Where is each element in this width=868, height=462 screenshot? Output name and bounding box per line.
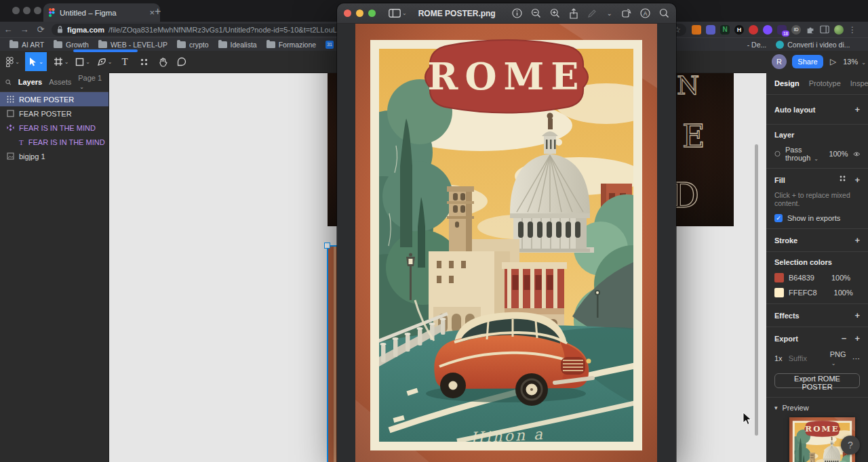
bookmark-item[interactable]: Formazione [267, 41, 316, 49]
canvas-scrollbar[interactable] [755, 144, 758, 436]
hand-icon [159, 57, 167, 67]
browser-menu-icon[interactable]: ⋮ [848, 25, 856, 35]
chevron-down-icon: ⌄ [64, 59, 69, 65]
export-rome-poster-button[interactable]: Export ROME POSTER [774, 373, 860, 388]
shape-tool-button[interactable]: ⌄ [72, 52, 94, 71]
zoom-out-icon[interactable] [531, 8, 541, 18]
comment-bubble-icon [177, 57, 186, 66]
window-minimize-button[interactable] [23, 7, 31, 14]
tab-layers[interactable]: Layers [18, 78, 42, 86]
color-opacity: 100% [831, 274, 850, 282]
close-button[interactable] [344, 9, 351, 17]
frame-tool-button[interactable]: ⌄ [50, 52, 72, 71]
blend-mode-dropdown[interactable]: Pass through ⌄ [785, 146, 824, 162]
h-extension-icon[interactable]: H [734, 25, 744, 35]
tab-prototype[interactable]: Prototype [809, 79, 841, 87]
annotate-icon[interactable]: A [640, 8, 650, 18]
search-icon[interactable] [5, 79, 12, 86]
visibility-eye-icon[interactable] [853, 151, 860, 157]
export-format-dropdown[interactable]: PNG ⌄ [830, 350, 848, 366]
forward-button[interactable]: → [16, 24, 33, 35]
user-avatar[interactable]: R [772, 54, 787, 69]
remove-export-button[interactable]: − [842, 333, 847, 343]
preview-title-bar[interactable]: ⌄ ROME POSTER.png ⌄ [337, 3, 676, 24]
window-close-button[interactable] [12, 7, 20, 14]
export-scale-dropdown[interactable]: 1x [774, 354, 783, 362]
layer-row-text[interactable]: T FEAR IS IN THE MIND [0, 135, 108, 149]
help-button[interactable]: ? [841, 436, 860, 455]
rotate-icon[interactable] [621, 8, 631, 18]
selection-color-row[interactable]: FFEFC8 100% [774, 288, 860, 297]
bookmark-item[interactable]: crypto [177, 41, 209, 49]
layer-row-image[interactable]: bigjpg 1 [0, 149, 108, 163]
layer-row-fear-poster[interactable]: FEAR POSTER [0, 106, 108, 121]
bookmark-item[interactable]: WEB - LEVEL-UP [98, 41, 167, 49]
bookmark-item[interactable]: Idealista [218, 41, 257, 49]
add-fill-button[interactable]: + [854, 175, 860, 185]
share-button[interactable]: Share [792, 55, 823, 68]
badge-extension-icon[interactable]: 18 [777, 25, 787, 35]
add-stroke-button[interactable]: + [854, 235, 860, 245]
present-button[interactable]: ▷ [830, 57, 836, 66]
comment-tool-button[interactable] [172, 52, 191, 71]
new-tab-button[interactable]: + [155, 5, 161, 18]
maximize-button[interactable] [368, 9, 376, 17]
bookmark-item[interactable]: Converti i video di... [776, 41, 850, 49]
show-in-exports-checkbox[interactable]: ✓ [774, 214, 783, 222]
main-menu-button[interactable]: ⌄ [3, 52, 23, 71]
zoom-level-dropdown[interactable]: 13% ⌄ [843, 58, 866, 66]
minimize-button[interactable] [356, 9, 363, 17]
profile-avatar[interactable] [834, 25, 844, 35]
figma-logo-icon [6, 57, 14, 67]
sidebar-toggle-icon[interactable]: ⌄ [389, 9, 407, 18]
color-swatch-red[interactable] [774, 273, 784, 282]
text-tool-button[interactable]: T [115, 52, 134, 71]
export-suffix-input[interactable] [787, 354, 825, 363]
info-icon[interactable] [512, 8, 522, 18]
browser-tab[interactable]: Untitled – Figma × [43, 3, 160, 22]
export-more-button[interactable]: ⋯ [852, 354, 860, 363]
preview-app-window[interactable]: ⌄ ROME POSTER.png ⌄ [337, 3, 676, 462]
tab-inspect[interactable]: Inspect [850, 79, 868, 87]
preview-image-area[interactable]: Hinon a ROME [337, 24, 676, 462]
bookmark-item[interactable]: Growth [54, 41, 89, 49]
page-selector[interactable]: Page 1 ⌄ [78, 74, 103, 90]
reload-button[interactable]: ⟳ [33, 24, 49, 35]
tab-close-icon[interactable]: × [149, 8, 155, 17]
add-effect-button[interactable]: + [854, 310, 860, 320]
add-export-button[interactable]: + [854, 333, 860, 343]
pen-tool-button[interactable]: ⌄ [94, 52, 115, 71]
bookmark-item[interactable]: AI ART [9, 41, 44, 49]
add-auto-layout-button[interactable]: + [854, 104, 860, 114]
selection-handle[interactable] [324, 243, 330, 249]
sidebar-panel-icon[interactable] [820, 25, 829, 34]
zoom-in-icon[interactable] [550, 8, 560, 18]
window-zoom-button[interactable] [34, 7, 41, 14]
resources-icon [140, 58, 149, 66]
purple-extension-icon[interactable] [706, 25, 715, 35]
preview-disclosure[interactable]: ▾ Preview [774, 404, 860, 412]
tab-design[interactable]: Design [774, 79, 800, 87]
n-extension-icon[interactable]: N [720, 25, 730, 35]
key-extension-icon[interactable] [749, 25, 758, 35]
move-tool-button[interactable]: ⌄ [25, 52, 47, 71]
bookmark-item[interactable]: - De... [747, 41, 767, 49]
purple-circle-extension-icon[interactable] [763, 25, 772, 35]
color-hex: FFEFC8 [789, 289, 817, 297]
puzzle-extensions-icon[interactable] [806, 25, 815, 35]
layer-row-rome-poster[interactable]: ROME POSTER [0, 92, 108, 106]
tab-assets[interactable]: Assets [49, 78, 71, 86]
share-icon[interactable] [569, 8, 578, 19]
selection-color-row[interactable]: B64839 100% [774, 273, 860, 282]
back-button[interactable]: ← [0, 24, 16, 35]
resources-tool-button[interactable] [134, 52, 153, 71]
layer-name: FEAR IS IN THE MIND [28, 138, 105, 146]
styles-icon[interactable] [839, 175, 846, 182]
hand-tool-button[interactable] [153, 52, 172, 71]
id-extension-icon[interactable]: ID [791, 25, 801, 35]
layer-row-component[interactable]: FEAR IS IN THE MIND [0, 121, 108, 135]
metamask-extension-icon[interactable] [692, 25, 701, 35]
layer-opacity-input[interactable]: 100% [829, 150, 848, 158]
search-icon[interactable] [659, 8, 669, 18]
color-swatch-cream[interactable] [774, 288, 784, 297]
